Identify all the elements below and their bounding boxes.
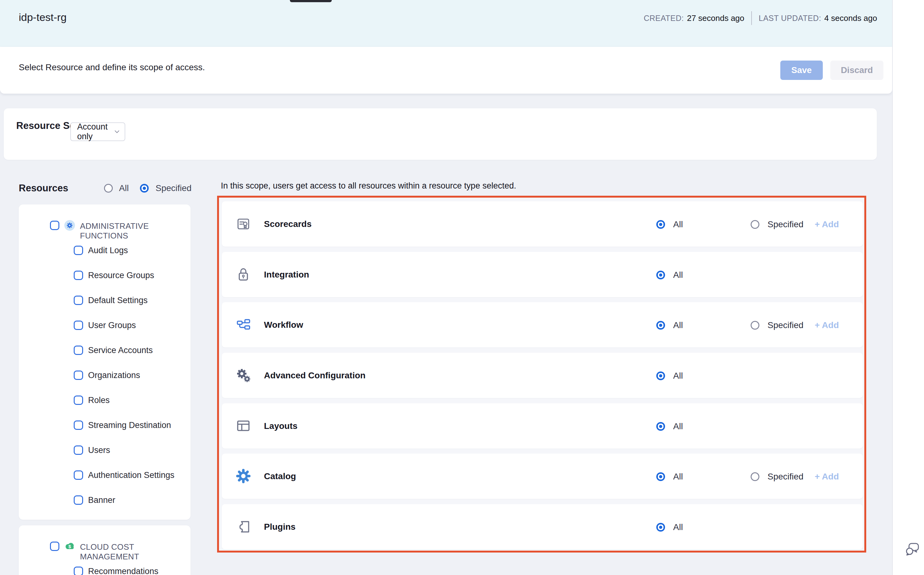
toolbar-description: Select Resource and define its scope of … [19, 62, 205, 72]
resource-scope-select[interactable]: Account only [70, 122, 125, 141]
row-add-button[interactable]: + Add [815, 320, 839, 330]
group-label: ADMINISTRATIVE FUNCTIONS [80, 221, 191, 241]
row-all-label: All [673, 371, 683, 381]
updated-value: 4 seconds ago [824, 13, 877, 23]
row-all-option[interactable]: All [656, 270, 683, 280]
item-label: Default Settings [88, 295, 148, 305]
resource-type-label: Integration [264, 270, 309, 280]
resource-tree-item: Recommendations [19, 562, 191, 575]
resources-specified-radio[interactable] [140, 184, 149, 192]
save-button[interactable]: Save [780, 60, 823, 80]
item-label: Resource Groups [88, 271, 154, 280]
row-specified-radio[interactable] [750, 220, 759, 229]
resource-type-label: Layouts [264, 421, 297, 431]
resource-type-row: Layouts All [222, 403, 863, 449]
item-label: Users [88, 445, 110, 455]
item-label: Service Accounts [88, 346, 153, 355]
row-all-label: All [673, 219, 683, 229]
item-label: Authentication Settings [88, 470, 174, 480]
resources-all-option[interactable]: All [104, 183, 129, 193]
layout-icon [236, 418, 251, 433]
gear-blue-icon [236, 469, 251, 483]
scope-note: In this scope, users get access to all r… [221, 181, 516, 191]
group-checkbox[interactable] [50, 221, 59, 230]
resources-all-radio[interactable] [104, 184, 113, 192]
row-all-radio[interactable] [656, 220, 665, 229]
gear-blue-icon [236, 469, 251, 483]
resource-type-label: Catalog [264, 471, 296, 481]
page-title: idp-test-rg [19, 11, 67, 24]
puzzle-icon [236, 519, 251, 534]
row-specified-option[interactable]: Specified [750, 320, 803, 330]
lock-icon [236, 267, 251, 282]
item-label: Recommendations [88, 567, 158, 575]
row-specified-option[interactable]: Specified [750, 219, 803, 229]
row-all-label: All [673, 320, 683, 330]
row-all-radio[interactable] [656, 523, 665, 532]
resources-group-card-ccm: $ CLOUD COST MANAGEMENT Recommendations [19, 525, 191, 575]
resource-types-highlight-box: Scorecards All Specified + Add Integrati… [217, 196, 866, 553]
right-gutter [892, 0, 924, 575]
item-checkbox[interactable] [74, 470, 83, 480]
meta-divider [751, 11, 752, 25]
row-all-option[interactable]: All [656, 320, 683, 330]
item-label: Roles [88, 396, 110, 405]
svg-text:$: $ [69, 544, 71, 549]
row-add-button[interactable]: + Add [815, 472, 839, 482]
scorecard-icon [236, 216, 251, 231]
window-notch [290, 0, 332, 2]
row-specified-label: Specified [768, 472, 803, 482]
admin-gear-icon [64, 220, 75, 231]
resource-type-label: Advanced Configuration [264, 370, 365, 381]
item-checkbox[interactable] [74, 396, 83, 405]
resource-scope-card: Resource Scope Account only [4, 108, 877, 160]
group-checkbox[interactable] [50, 542, 59, 551]
item-checkbox[interactable] [74, 445, 83, 455]
row-all-option[interactable]: All [656, 421, 683, 431]
row-add-button[interactable]: + Add [815, 219, 839, 229]
last-updated: LAST UPDATED:4 seconds ago [759, 13, 877, 23]
item-checkbox[interactable] [74, 271, 83, 280]
row-all-label: All [673, 522, 683, 532]
resource-type-row: Catalog All Specified + Add [222, 454, 863, 499]
scorecard-icon [236, 216, 251, 231]
item-label: Banner [88, 496, 115, 505]
resource-tree-item: Banner [19, 491, 191, 510]
created-label: CREATED: [644, 14, 684, 22]
row-all-radio[interactable] [656, 372, 665, 380]
resource-type-label: Scorecards [264, 219, 312, 229]
item-label: Audit Logs [88, 246, 128, 255]
discard-button[interactable]: Discard [830, 60, 883, 80]
row-all-radio[interactable] [656, 271, 665, 280]
resource-tree-item: Organizations [19, 366, 191, 384]
item-label: Streaming Destination [88, 421, 171, 430]
item-checkbox[interactable] [74, 295, 83, 305]
item-checkbox[interactable] [74, 496, 83, 505]
row-specified-radio[interactable] [750, 472, 759, 481]
resource-group-header-row: ADMINISTRATIVE FUNCTIONS [19, 216, 191, 235]
item-checkbox[interactable] [74, 246, 83, 255]
item-checkbox[interactable] [74, 567, 83, 575]
item-checkbox[interactable] [74, 370, 83, 380]
item-checkbox[interactable] [74, 421, 83, 430]
row-all-radio[interactable] [656, 321, 665, 330]
row-all-option[interactable]: All [656, 522, 683, 532]
resources-group-card-administrative: ADMINISTRATIVE FUNCTIONS Audit Logs Reso… [19, 205, 191, 520]
lock-icon [236, 267, 251, 282]
resource-type-row: Advanced Configuration All [222, 353, 863, 398]
row-all-label: All [673, 472, 683, 482]
row-specified-option[interactable]: Specified [750, 472, 803, 482]
item-checkbox[interactable] [74, 321, 83, 330]
resources-specified-option[interactable]: Specified [140, 183, 191, 193]
row-all-option[interactable]: All [656, 219, 683, 229]
row-all-radio[interactable] [656, 472, 665, 481]
row-specified-radio[interactable] [750, 321, 759, 330]
resource-tree-item: Roles [19, 391, 191, 410]
row-all-option[interactable]: All [656, 472, 683, 482]
resource-group-header-row: $ CLOUD COST MANAGEMENT [19, 537, 191, 556]
header-meta: CREATED:27 seconds ago LAST UPDATED:4 se… [644, 0, 877, 36]
chat-bubbles-icon[interactable] [905, 541, 921, 557]
row-all-option[interactable]: All [656, 371, 683, 381]
item-checkbox[interactable] [74, 346, 83, 355]
row-all-radio[interactable] [656, 422, 665, 431]
